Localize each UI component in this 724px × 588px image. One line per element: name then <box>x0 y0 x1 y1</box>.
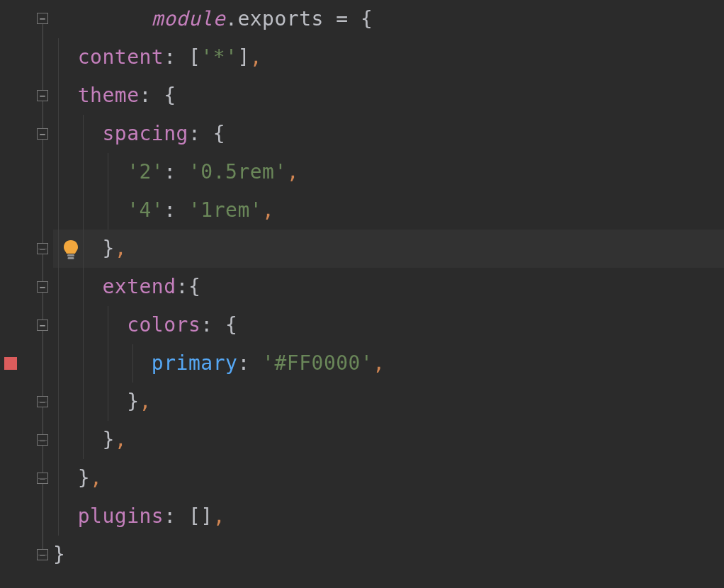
token-comma: , <box>115 237 127 260</box>
lightbulb-icon[interactable] <box>62 239 80 264</box>
token-comma: , <box>262 198 274 222</box>
gutter-row: − <box>0 306 53 344</box>
fold-guide <box>43 344 43 383</box>
token-property: spacing <box>102 122 188 145</box>
gutter-row: − <box>0 230 53 268</box>
token-identifier: exports <box>237 7 324 30</box>
gutter-row: − <box>0 0 53 38</box>
gutter-row: − <box>0 268 53 306</box>
gutter-row: − <box>0 383 53 421</box>
token-comma: , <box>250 45 262 69</box>
fold-end-line <box>37 478 48 479</box>
token-brace: { <box>188 275 200 298</box>
token-property: extend <box>102 275 176 298</box>
fold-toggle[interactable]: − <box>37 90 48 101</box>
fold-minus-icon: − <box>40 282 45 292</box>
code-line[interactable]: extend:{ <box>53 268 724 306</box>
code-line[interactable]: '2': '0.5rem', <box>53 153 724 191</box>
token-bracket: ] <box>237 45 249 69</box>
gutter-row: − <box>0 115 53 153</box>
fold-end-line <box>37 555 48 555</box>
token-string: '1rem' <box>188 198 262 222</box>
code-line[interactable]: theme: { <box>53 77 724 115</box>
gutter-row: − <box>0 421 53 459</box>
fold-minus-icon: − <box>40 91 45 101</box>
gutter-row <box>0 38 53 77</box>
token-dot: . <box>225 7 237 30</box>
code-line[interactable]: '4': '1rem', <box>53 191 724 230</box>
token-brace: } <box>102 428 114 451</box>
code-editor[interactable]: − − − − <box>0 0 724 588</box>
token-brace: } <box>78 466 90 490</box>
code-line[interactable]: }, <box>53 230 724 268</box>
code-line[interactable]: content: ['*'], <box>53 38 724 77</box>
gutter-row <box>0 344 53 383</box>
token-comma: , <box>90 466 102 490</box>
fold-minus-icon: − <box>40 129 45 139</box>
code-line[interactable]: primary: '#FF0000', <box>53 344 724 383</box>
token-brace: } <box>53 543 65 566</box>
token-colon: : <box>176 275 188 298</box>
gutter-row: − <box>0 459 53 497</box>
token-colon: : <box>164 45 188 69</box>
token-string: '#FF0000' <box>262 351 373 375</box>
token-string: '0.5rem' <box>188 160 287 183</box>
fold-end-line <box>37 440 48 441</box>
gutter-row <box>0 191 53 230</box>
token-property: content <box>78 45 164 69</box>
token-brace: { <box>164 84 176 107</box>
token-bracket: [ <box>188 504 200 528</box>
token-bracket: [ <box>188 45 200 69</box>
token-property: colors <box>127 313 200 337</box>
token-comma: , <box>140 390 152 413</box>
token-colon: : <box>164 504 188 528</box>
fold-minus-icon: − <box>40 13 45 23</box>
fold-toggle[interactable]: − <box>37 281 48 293</box>
token-colon: : <box>164 160 188 183</box>
token-colon: : <box>140 84 164 107</box>
token-brace: { <box>225 313 237 337</box>
gutter-row <box>0 497 53 536</box>
code-line[interactable]: colors: { <box>53 306 724 344</box>
fold-end-line <box>37 402 48 402</box>
token-comma: , <box>115 428 127 451</box>
fold-toggle[interactable]: − <box>37 128 48 140</box>
token-bracket: ] <box>200 504 213 528</box>
token-colon: : <box>237 351 262 375</box>
gutter-row: − <box>0 536 53 574</box>
token-string: '4' <box>127 198 164 222</box>
code-line[interactable]: } <box>53 536 724 574</box>
fold-guide <box>43 191 43 230</box>
token-brace: { <box>213 122 225 145</box>
breakpoint-marker[interactable] <box>4 357 17 370</box>
token-brace: } <box>102 237 114 260</box>
gutter-row: − <box>0 77 53 115</box>
code-line[interactable]: }, <box>53 421 724 459</box>
token-comma: , <box>287 160 299 183</box>
editor-gutter[interactable]: − − − − <box>0 0 53 588</box>
fold-guide <box>43 153 43 191</box>
fold-guide <box>43 497 43 536</box>
svg-rect-0 <box>67 254 74 256</box>
token-operator: = <box>324 7 361 30</box>
gutter-row <box>0 153 53 191</box>
fold-toggle[interactable]: − <box>37 320 48 331</box>
fold-end-line <box>37 249 48 249</box>
code-content[interactable]: module.exports = { content: ['*'], theme… <box>53 0 724 588</box>
fold-guide <box>43 38 43 77</box>
code-line[interactable]: plugins: [], <box>53 497 724 536</box>
token-brace: } <box>127 390 139 413</box>
token-string: '*' <box>200 45 237 69</box>
token-property: primary <box>152 351 238 375</box>
token-brace: { <box>361 7 373 30</box>
token-property: plugins <box>78 504 164 528</box>
code-line[interactable]: }, <box>53 383 724 421</box>
code-line[interactable]: }, <box>53 459 724 497</box>
fold-minus-icon: − <box>40 320 45 330</box>
token-colon: : <box>164 198 188 222</box>
token-property: theme <box>78 84 140 107</box>
token-comma: , <box>373 351 385 375</box>
fold-toggle[interactable]: − <box>37 13 48 24</box>
code-line[interactable]: module.exports = { <box>53 0 724 38</box>
code-line[interactable]: spacing: { <box>53 115 724 153</box>
